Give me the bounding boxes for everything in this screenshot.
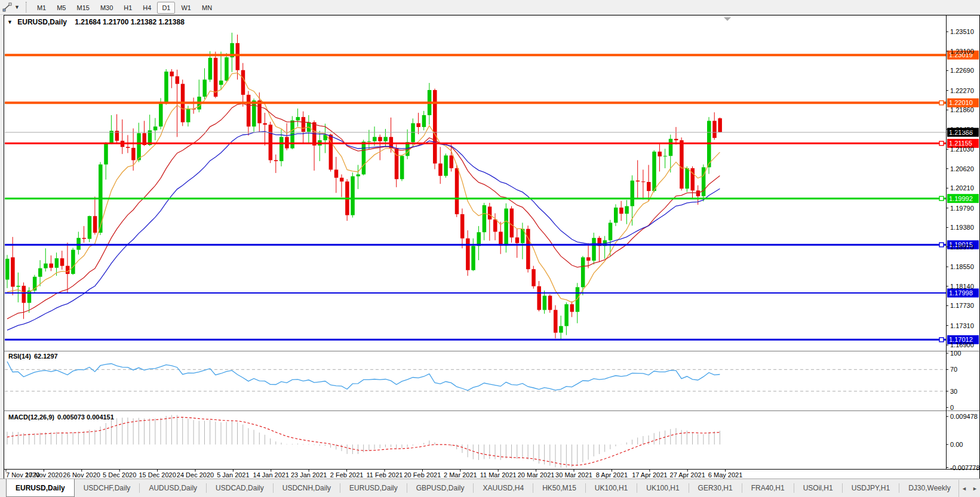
svg-text:1.18550: 1.18550 bbox=[950, 263, 974, 270]
svg-text:2 Mar 2021: 2 Mar 2021 bbox=[444, 471, 477, 479]
svg-text:-0.007778: -0.007778 bbox=[950, 464, 980, 471]
svg-text:1.20210: 1.20210 bbox=[950, 184, 974, 192]
svg-text:17 Apr 2021: 17 Apr 2021 bbox=[632, 471, 667, 479]
chart-title[interactable]: ▼ EURUSD,Daily 1.21684 1.21700 1.21382 1… bbox=[7, 18, 185, 26]
chart-tab-eurusd-daily[interactable]: EURUSD,Daily bbox=[340, 479, 407, 497]
line-studies-icon[interactable] bbox=[1, 2, 13, 13]
svg-text:1.16900: 1.16900 bbox=[950, 341, 974, 348]
svg-text:1.21450: 1.21450 bbox=[950, 126, 974, 133]
svg-text:1.21860: 1.21860 bbox=[950, 106, 974, 113]
macd-value: 0.005073 0.004151 bbox=[57, 413, 114, 421]
svg-text:1.18970: 1.18970 bbox=[950, 243, 974, 251]
chart-tabs: EURUSD,DailyUSDCHF,DailyAUDUSD,DailyUSDC… bbox=[0, 479, 980, 497]
tab-scroll-left-icon[interactable]: ◄ bbox=[959, 480, 969, 497]
symbol-dropdown-icon[interactable]: ▼ bbox=[7, 19, 13, 25]
svg-text:1.21030: 1.21030 bbox=[950, 146, 974, 153]
svg-text:1.18140: 1.18140 bbox=[950, 283, 974, 290]
chart-tab-xauusd-h4[interactable]: XAUUSD,H4 bbox=[474, 479, 533, 497]
rsi-value: 62.1297 bbox=[34, 353, 58, 360]
timeframe-button-w1[interactable]: W1 bbox=[176, 2, 196, 14]
chart-tab-gbpusd-daily[interactable]: GBPUSD,Daily bbox=[407, 479, 474, 497]
svg-text:0: 0 bbox=[950, 404, 954, 411]
svg-text:8 Apr 2021: 8 Apr 2021 bbox=[596, 471, 628, 479]
svg-text:1.23100: 1.23100 bbox=[950, 48, 974, 55]
svg-text:6 May 2021: 6 May 2021 bbox=[708, 471, 742, 479]
chart-canvas[interactable]: 1.230191.220101.211551.199921.190151.179… bbox=[0, 15, 980, 479]
rsi-name: RSI(14) bbox=[8, 353, 31, 360]
chart-ohlc-readout: 1.21684 1.21700 1.21382 1.21388 bbox=[75, 18, 185, 26]
chart-tab-uk100-h1[interactable]: UK100,H1 bbox=[586, 479, 637, 497]
toolbar-grip[interactable] bbox=[26, 2, 27, 13]
chart-tab-dj30-weekly[interactable]: DJ30,Weekly bbox=[899, 479, 959, 497]
svg-text:30: 30 bbox=[950, 388, 957, 395]
timeframe-button-h1[interactable]: H1 bbox=[119, 2, 137, 14]
chart-tab-fra40-h1[interactable]: FRA40,H1 bbox=[742, 479, 794, 497]
macd-indicator-label: MACD(12,26,9)0.005073 0.004151 bbox=[8, 413, 114, 421]
svg-text:11 Feb 2021: 11 Feb 2021 bbox=[367, 471, 403, 479]
rsi-indicator-label: RSI(14)62.1297 bbox=[8, 353, 58, 360]
svg-text:20 Mar 2021: 20 Mar 2021 bbox=[518, 471, 555, 479]
svg-text:17 Nov 2020: 17 Nov 2020 bbox=[25, 471, 62, 479]
timeframe-button-h4[interactable]: H4 bbox=[138, 2, 156, 14]
chart-window: 1.230191.220101.211551.199921.190151.179… bbox=[0, 15, 980, 479]
timeframe-button-m1[interactable]: M1 bbox=[32, 2, 51, 14]
svg-text:2 Feb 2021: 2 Feb 2021 bbox=[330, 471, 364, 479]
macd-name: MACD(12,26,9) bbox=[8, 413, 54, 421]
chart-tab-ger30-h1[interactable]: GER30,H1 bbox=[689, 479, 742, 497]
chart-symbol: EURUSD,Daily bbox=[17, 18, 67, 26]
chart-tab-usoil-h1[interactable]: USOil,H1 bbox=[794, 479, 842, 497]
svg-text:14 Jan 2021: 14 Jan 2021 bbox=[253, 471, 290, 479]
chart-tab-eurusd-daily[interactable]: EURUSD,Daily bbox=[6, 479, 75, 497]
svg-text:1.22270: 1.22270 bbox=[950, 87, 974, 94]
chart-tab-usdchf-daily[interactable]: USDCHF,Daily bbox=[75, 479, 140, 497]
svg-text:1.17998: 1.17998 bbox=[949, 289, 973, 297]
svg-text:30 Mar 2021: 30 Mar 2021 bbox=[555, 471, 592, 479]
svg-text:24 Dec 2020: 24 Dec 2020 bbox=[177, 471, 214, 479]
svg-text:1.17310: 1.17310 bbox=[950, 322, 974, 329]
svg-text:27 Apr 2021: 27 Apr 2021 bbox=[670, 471, 705, 479]
timeframe-button-mn[interactable]: MN bbox=[197, 2, 217, 14]
chart-tab-usdcnh-daily[interactable]: USDCNH,Daily bbox=[274, 479, 340, 497]
timeframe-button-d1[interactable]: D1 bbox=[157, 2, 175, 14]
svg-text:70: 70 bbox=[950, 366, 957, 373]
svg-text:5 Dec 2020: 5 Dec 2020 bbox=[103, 471, 136, 479]
chart-tab-hk50-m15[interactable]: HK50,M15 bbox=[533, 479, 585, 497]
svg-text:0.00: 0.00 bbox=[950, 441, 963, 448]
svg-text:1.20620: 1.20620 bbox=[950, 165, 974, 172]
svg-text:23 Jan 2021: 23 Jan 2021 bbox=[291, 471, 327, 479]
tab-scroll-right-icon[interactable]: ► bbox=[970, 480, 980, 497]
svg-text:1.23510: 1.23510 bbox=[950, 28, 974, 35]
svg-text:11 Mar 2021: 11 Mar 2021 bbox=[480, 471, 517, 479]
svg-text:1.17730: 1.17730 bbox=[950, 302, 974, 309]
svg-text:1.22690: 1.22690 bbox=[950, 67, 974, 74]
svg-text:1.19790: 1.19790 bbox=[950, 205, 974, 212]
svg-text:15 Dec 2020: 15 Dec 2020 bbox=[139, 471, 176, 479]
chart-tab-usdcad-daily[interactable]: USDCAD,Daily bbox=[207, 479, 273, 497]
svg-text:100: 100 bbox=[950, 350, 961, 357]
timeframe-button-m5[interactable]: M5 bbox=[52, 2, 70, 14]
chart-tab-bar: EURUSD,DailyUSDCHF,DailyAUDUSD,DailyUSDC… bbox=[0, 479, 980, 497]
svg-text:1.22010: 1.22010 bbox=[949, 99, 973, 106]
toolbar-dropdown-icon[interactable]: ▼ bbox=[14, 4, 20, 10]
svg-text:20 Feb 2021: 20 Feb 2021 bbox=[404, 471, 441, 479]
chart-tab-audusd-daily[interactable]: AUDUSD,Daily bbox=[140, 479, 206, 497]
chart-tab-usdjpy-h1[interactable]: USDJPY,H1 bbox=[843, 479, 899, 497]
chart-tab-uk100-h1[interactable]: UK100,H1 bbox=[637, 479, 688, 497]
svg-text:1.19992: 1.19992 bbox=[949, 195, 973, 202]
svg-text:0.009478: 0.009478 bbox=[950, 413, 978, 420]
tab-scroll-controls: ◄ ► bbox=[959, 480, 980, 497]
timeframe-button-m15[interactable]: M15 bbox=[72, 2, 94, 14]
svg-text:1.19380: 1.19380 bbox=[950, 224, 974, 231]
mt4-terminal: ▼ M1M5M15M30H1H4D1W1MN 1.230191.220101.2… bbox=[0, 0, 980, 497]
timeframe-toolbar: ▼ M1M5M15M30H1H4D1W1MN bbox=[0, 0, 980, 15]
timeframe-button-m30[interactable]: M30 bbox=[96, 2, 118, 14]
svg-text:5 Jan 2021: 5 Jan 2021 bbox=[217, 471, 249, 479]
timeframe-buttons: M1M5M15M30H1H4D1W1MN bbox=[32, 2, 217, 13]
svg-text:26 Nov 2020: 26 Nov 2020 bbox=[63, 471, 100, 479]
